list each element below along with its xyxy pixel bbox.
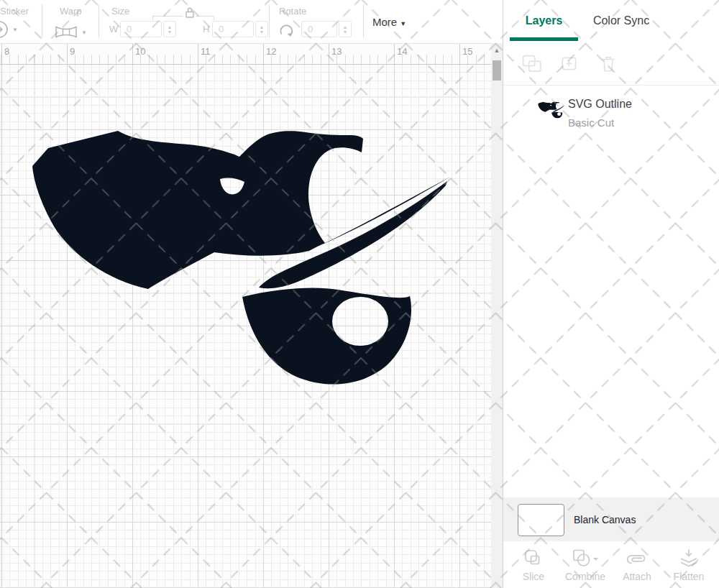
group-icon[interactable] (522, 55, 542, 73)
layer-title: SVG Outline (568, 98, 632, 111)
canvas-vertical-scrollbar[interactable]: ▲ (491, 43, 503, 588)
horizontal-ruler: 8 9 10 11 12 13 14 15 (0, 43, 491, 65)
canvas-color-swatch[interactable] (518, 504, 564, 536)
layer-actions-bar: Slice Combine Attach (503, 541, 719, 588)
more-button[interactable]: More ▼ (372, 16, 406, 28)
rotate-stepper[interactable]: ▲ ▼ (339, 21, 352, 37)
height-input[interactable]: 0 (212, 21, 254, 37)
edit-toolbar: Sticker ▼ Warp ▼ Size W 0 ▲ ▼ H 0 (0, 0, 503, 43)
combine-icon (572, 548, 599, 569)
attach-button[interactable]: Attach (614, 547, 660, 582)
ruler-tick-label: 11 (201, 46, 211, 57)
width-stepper[interactable]: ▲ ▼ (163, 21, 176, 37)
height-stepper[interactable]: ▲ ▼ (255, 21, 268, 37)
svg-design-elephant[interactable] (0, 45, 491, 588)
stepper-up-icon[interactable]: ▲ (343, 24, 348, 29)
combine-button[interactable]: Combine (562, 547, 608, 582)
scrollbar-up-arrow-icon[interactable]: ▲ (491, 47, 503, 54)
ruler-tick-label: 13 (331, 46, 342, 57)
delete-icon[interactable] (598, 55, 618, 73)
layers-panel: Layers Color Sync SVG Outline Basic Cut (503, 0, 719, 588)
tab-color-sync-label: Color Sync (593, 14, 649, 27)
layer-thumbnail (538, 101, 565, 119)
ruler-tick-label: 8 (4, 46, 9, 57)
flatten-icon (678, 548, 700, 569)
more-chevron-icon: ▼ (400, 20, 406, 27)
size-link-wire (152, 16, 183, 20)
sticker-label: Sticker (0, 6, 29, 17)
flatten-button[interactable]: Flatten (666, 547, 712, 582)
canvas-background-row: Blank Canvas (503, 497, 719, 541)
ruler-tick-label: 14 (397, 46, 407, 57)
size-label: Size (111, 6, 129, 17)
slice-label: Slice (510, 571, 557, 582)
warp-icon[interactable] (55, 24, 78, 40)
height-label: H (203, 24, 209, 35)
stepper-down-icon[interactable]: ▼ (168, 29, 173, 35)
warp-label: Warp (60, 6, 82, 17)
toolbar-divider (363, 4, 364, 37)
more-label: More (372, 16, 397, 28)
stepper-down-icon[interactable]: ▼ (343, 29, 348, 35)
sticker-dropdown-chevron-icon[interactable]: ▼ (12, 27, 18, 33)
warp-dropdown-chevron-icon[interactable]: ▼ (81, 29, 87, 36)
ruler-tick-label: 10 (135, 46, 145, 57)
toolbar-divider (42, 4, 42, 37)
layer-list-item[interactable]: SVG Outline Basic Cut (503, 89, 719, 141)
width-label: W (109, 24, 118, 35)
size-link-wire (196, 16, 214, 20)
flatten-label: Flatten (666, 571, 712, 582)
slice-icon (523, 548, 544, 569)
combine-label: Combine (562, 571, 608, 582)
width-input[interactable]: 0 (120, 21, 162, 37)
toolbar-divider (99, 4, 99, 37)
duplicate-icon[interactable] (559, 55, 580, 73)
slice-button[interactable]: Slice (510, 547, 557, 582)
tab-layers[interactable]: Layers (510, 0, 578, 41)
tab-layers-label: Layers (526, 14, 563, 27)
panel-divider (503, 85, 719, 86)
active-tab-underline (510, 37, 578, 41)
tab-color-sync[interactable]: Color Sync (584, 0, 659, 41)
scrollbar-thumb[interactable] (493, 60, 501, 81)
ruler-tick-label: 15 (462, 46, 472, 57)
lock-aspect-icon[interactable] (185, 6, 195, 19)
ruler-tick-label: 9 (70, 46, 75, 57)
canvas-background-label: Blank Canvas (574, 514, 636, 525)
sticker-icon[interactable] (0, 20, 9, 39)
rotate-label: Rotate (279, 6, 306, 17)
stepper-down-icon[interactable]: ▼ (260, 29, 265, 35)
rotate-input[interactable]: 0 (301, 21, 337, 37)
attach-label: Attach (614, 571, 660, 582)
app-window: Sticker ▼ Warp ▼ Size W 0 ▲ ▼ H 0 (0, 0, 719, 588)
toolbar-divider (269, 4, 270, 37)
ruler-tick-label: 12 (266, 46, 276, 57)
attach-icon (625, 551, 649, 569)
rotate-icon[interactable] (278, 23, 296, 40)
layer-linetype: Basic Cut (568, 116, 614, 129)
stepper-up-icon[interactable]: ▲ (260, 24, 265, 29)
stepper-up-icon[interactable]: ▲ (168, 24, 173, 29)
